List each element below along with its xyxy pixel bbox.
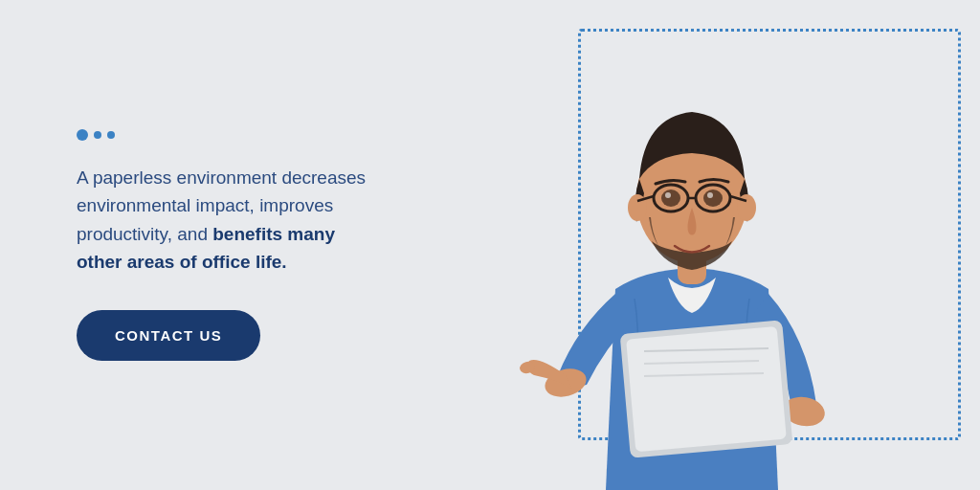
person-svg [510, 21, 874, 490]
svg-rect-4 [626, 326, 787, 452]
main-text: A paperless environment decreases enviro… [77, 164, 383, 277]
accent-dot-2 [94, 131, 101, 139]
svg-point-14 [665, 192, 671, 198]
svg-point-16 [703, 189, 723, 207]
left-section: A paperless environment decreases enviro… [0, 72, 440, 419]
contact-us-button[interactable]: CONTACT US [77, 310, 260, 361]
accent-dot-3 [107, 131, 115, 139]
accent-dot-1 [77, 129, 88, 141]
page-container: A paperless environment decreases enviro… [0, 0, 980, 490]
svg-point-13 [661, 189, 680, 207]
right-section [440, 0, 980, 490]
dots-accent [77, 129, 383, 141]
person-figure [510, 21, 874, 490]
svg-point-17 [707, 192, 713, 198]
